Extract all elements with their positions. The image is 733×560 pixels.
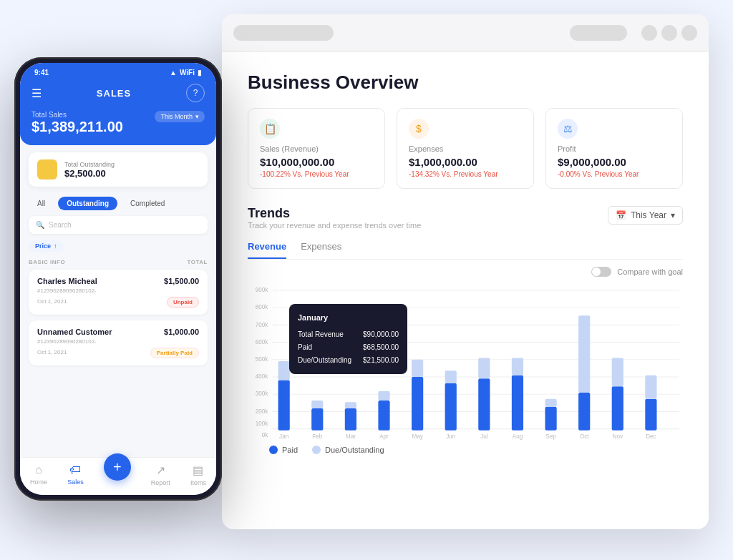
chart-area: 900k 800k 700k 600k 500k 400k 300k 200k …: [248, 283, 683, 440]
expenses-change: -134.32% Vs. Previous Year: [409, 170, 522, 178]
report-icon: ↗: [156, 463, 165, 477]
svg-text:200k: 200k: [256, 407, 268, 414]
tooltip-value-1: $68,500.00: [363, 341, 399, 354]
total-sales-section: Total Sales $1,389,211.00 This Month ▾: [20, 111, 216, 145]
tab-revenue[interactable]: Revenue: [248, 241, 286, 259]
svg-text:Feb: Feb: [312, 432, 322, 439]
svg-rect-26: [378, 391, 389, 401]
svg-rect-28: [412, 360, 423, 377]
outstanding-label: Total Outstanding: [64, 161, 115, 168]
search-bar[interactable]: 🔍 Search: [29, 216, 208, 234]
page-title: Business Overview: [248, 72, 683, 94]
invoice-id-1: #12390289090280102-: [37, 338, 199, 345]
nav-items-label: Items: [190, 479, 206, 486]
revenue-label: Sales (Revenue): [260, 144, 373, 153]
tooltip-label-1: Paid: [298, 341, 312, 354]
outstanding-card: Total Outstanding $2,500.00: [29, 152, 208, 187]
chrome-dot-2: [661, 25, 677, 41]
invoice-name-1: Unnamed Customer: [37, 328, 112, 336]
home-icon: ⌂: [35, 463, 42, 476]
svg-rect-22: [311, 401, 323, 408]
menu-icon[interactable]: ☰: [31, 87, 42, 100]
nav-items[interactable]: ▤ Items: [190, 463, 206, 486]
list-header-right: TOTAL: [188, 259, 208, 265]
compare-toggle[interactable]: [591, 267, 611, 277]
signal-icon: ▲: [170, 69, 177, 77]
legend-dot-paid: [269, 446, 278, 454]
expenses-value: $1,000,000.00: [409, 156, 522, 168]
svg-text:300k: 300k: [256, 390, 268, 397]
svg-rect-25: [378, 401, 389, 431]
this-month-button[interactable]: This Month ▾: [155, 111, 205, 122]
invoice-date-1: Oct 1, 2021: [37, 349, 67, 355]
svg-rect-23: [345, 408, 356, 431]
svg-rect-37: [578, 393, 590, 431]
svg-text:Oct: Oct: [580, 432, 589, 439]
svg-rect-38: [578, 315, 590, 393]
svg-text:Apr: Apr: [379, 432, 389, 439]
chrome-controls: [641, 25, 697, 41]
legend-dot-outstanding: [312, 446, 321, 454]
filter-tab-completed[interactable]: Completed: [122, 197, 173, 210]
trends-subtitle: Track your revenue and expense trends ov…: [248, 221, 421, 230]
sort-button[interactable]: Price ↑: [29, 240, 64, 252]
filter-tab-all[interactable]: All: [29, 197, 54, 210]
filter-tab-outstanding[interactable]: Outstanding: [58, 197, 117, 210]
tooltip-row-2: Due/Outstanding $21,500.00: [298, 354, 399, 367]
chevron-down-icon: ▾: [195, 113, 199, 120]
svg-rect-42: [645, 375, 656, 399]
svg-rect-31: [478, 378, 490, 431]
url-bar[interactable]: [233, 25, 334, 41]
svg-rect-33: [512, 375, 523, 431]
chevron-down-icon: ▾: [671, 210, 675, 220]
sort-label: Price: [35, 242, 51, 250]
list-header: BASIC INFO TOTAL: [20, 256, 216, 270]
desktop-content: Business Overview 📋 Sales (Revenue) $10,…: [222, 51, 709, 529]
invoice-date-0: Oct 1, 2021: [37, 298, 67, 305]
svg-text:700k: 700k: [256, 320, 268, 328]
invoice-item-0[interactable]: Charles Micheal $1,500.00 #1239028909028…: [29, 270, 208, 315]
kpi-row: 📋 Sales (Revenue) $10,000,000.00 -100.22…: [248, 108, 683, 189]
nav-report[interactable]: ↗ Report: [151, 463, 170, 486]
nav-home[interactable]: ⌂ Home: [30, 463, 47, 486]
svg-text:800k: 800k: [256, 303, 268, 310]
nav-home-label: Home: [30, 478, 47, 486]
svg-text:500k: 500k: [256, 355, 268, 363]
status-time: 9:41: [34, 69, 49, 77]
help-icon[interactable]: ?: [186, 84, 205, 102]
invoice-name-0: Charles Micheal: [37, 277, 97, 285]
svg-rect-32: [478, 358, 490, 379]
revenue-change: -100.22% Vs. Previous Year: [260, 170, 373, 178]
status-badge-0: Unpaid: [167, 297, 199, 308]
tooltip-row-1: Paid $68,500.00: [298, 341, 399, 354]
svg-text:Jun: Jun: [446, 432, 455, 439]
year-selector[interactable]: 📅 This Year ▾: [608, 206, 683, 225]
svg-text:Sep: Sep: [545, 432, 556, 439]
svg-text:Jan: Jan: [279, 432, 288, 439]
expenses-label: Expenses: [409, 144, 522, 153]
svg-rect-36: [545, 399, 556, 407]
tab-expenses[interactable]: Expenses: [301, 241, 341, 259]
profit-value: $9,000,000.00: [558, 156, 671, 168]
svg-rect-30: [445, 370, 457, 383]
svg-rect-19: [278, 380, 290, 430]
kpi-card-expenses: $ Expenses $1,000,000.00 -134.32% Vs. Pr…: [397, 108, 534, 189]
tooltip-label-0: Total Revenue: [298, 328, 344, 341]
svg-text:Aug: Aug: [513, 432, 523, 439]
svg-text:Nov: Nov: [613, 432, 623, 439]
phone-header: ☰ SALES ?: [20, 79, 216, 111]
status-badge-1: Partially Paid: [150, 348, 199, 358]
invoice-item-1[interactable]: Unnamed Customer $1,000.00 #123902890902…: [29, 320, 208, 365]
svg-text:100k: 100k: [256, 420, 268, 427]
svg-rect-29: [445, 383, 457, 431]
chart-tabs: Revenue Expenses: [248, 241, 683, 260]
add-button[interactable]: +: [104, 453, 131, 481]
items-icon: ▤: [193, 463, 203, 477]
chart-legend: Paid Due/Outstanding: [248, 446, 683, 454]
list-header-left: BASIC INFO: [29, 259, 65, 265]
filter-tabs: All Outstanding Completed: [20, 194, 216, 216]
search-icon: 🔍: [36, 221, 44, 229]
compare-row: Compare with goal: [248, 267, 683, 277]
nav-sales[interactable]: 🏷 Sales: [67, 463, 84, 486]
legend-label-paid: Paid: [282, 446, 298, 454]
